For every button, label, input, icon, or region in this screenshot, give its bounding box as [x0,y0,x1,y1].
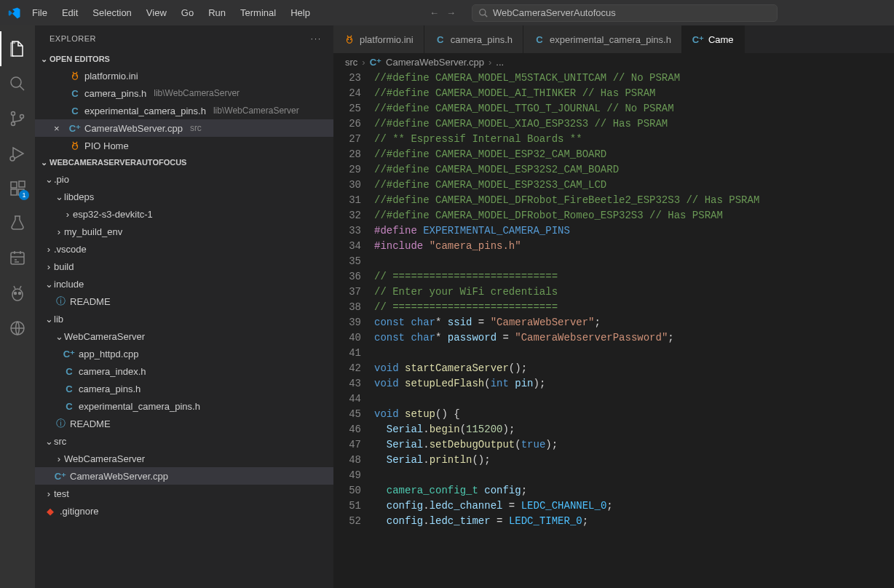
line-number: 32 [333,208,361,223]
code-line[interactable]: Serial.setDebugOutput(true); [374,437,894,453]
code-line[interactable]: Serial.println(); [374,453,894,468]
editor-tab[interactable]: Ccamera_pins.h [424,25,523,53]
code-line[interactable]: //#define CAMERA_MODEL_AI_THINKER // Has… [374,86,894,101]
open-editor-item[interactable]: ×C⁺CameraWebServer.cppsrc [35,119,333,137]
file-item[interactable]: ⓘREADME [35,293,333,310]
open-editor-item[interactable]: platformio.ini [35,67,333,84]
code-line[interactable] [374,392,894,407]
tab-label: camera_pins.h [451,34,513,45]
line-number: 48 [333,453,361,468]
menu-selection[interactable]: Selection [85,3,138,23]
code-line[interactable]: #include "camera_pins.h" [374,239,894,254]
svg-point-30 [347,39,349,40]
command-center-search[interactable]: WebCameraServerAutofocus [472,4,778,22]
open-editor-item[interactable]: PIO Home [35,137,333,154]
file-item[interactable]: Ccamera_index.h [35,362,333,380]
menu-help[interactable]: Help [283,3,317,23]
code-line[interactable]: const char* password = "CameraWebserverP… [374,330,894,346]
chevron-right-icon: › [44,261,54,272]
folder-item[interactable]: ⌄src [35,432,333,450]
file-item[interactable]: Ccamera_pins.h [35,380,333,397]
file-item[interactable]: ⓘREADME [35,415,333,432]
folder-item[interactable]: ›WebCameraServer [35,450,333,467]
file-item[interactable]: C⁺CameraWebServer.cpp [35,467,333,485]
code-line[interactable]: //#define CAMERA_MODEL_XIAO_ESP32S3 // H… [374,116,894,132]
editor-tab[interactable]: C⁺Came [682,25,745,53]
breadcrumb-sep-icon: › [362,57,365,68]
file-item[interactable]: Cexperimental_camera_pins.h [35,397,333,415]
code-line[interactable]: Serial.begin(115200); [374,422,894,437]
section-open-editors[interactable]: ⌄ OPEN EDITORS [35,51,333,67]
folder-item[interactable]: ›.vscode [35,240,333,258]
code-line[interactable]: //#define CAMERA_MODEL_ESP32_CAM_BOARD [374,147,894,162]
code-line[interactable]: //#define CAMERA_MODEL_ESP32S2_CAM_BOARD [374,162,894,178]
folder-item[interactable]: ›my_build_env [35,223,333,240]
folder-item[interactable]: ›test [35,485,333,502]
folder-item[interactable]: ›build [35,258,333,275]
activity-source-control[interactable] [0,101,35,136]
menu-edit[interactable]: Edit [55,3,85,23]
close-icon[interactable]: × [54,123,68,134]
breadcrumb-folder: src [345,57,357,68]
file-item[interactable]: ◆.gitignore [35,502,333,520]
code-line[interactable]: // ** Espressif Internal Boards ** [374,132,894,147]
code-line[interactable] [374,254,894,269]
code-line[interactable]: config.ledc_timer = LEDC_TIMER_0; [374,514,894,529]
code-line[interactable]: void setupLedFlash(int pin); [374,376,894,392]
folder-item[interactable]: ⌄include [35,275,333,293]
code-line[interactable]: //#define CAMERA_MODEL_DFRobot_FireBeetl… [374,193,894,208]
code-line[interactable]: void setup() { [374,407,894,422]
folder-item[interactable]: ⌄lib [35,310,333,327]
activity-explorer[interactable] [0,31,35,66]
editor-tab[interactable]: platformio.ini [333,25,424,53]
activity-extensions[interactable]: 1 [0,171,35,206]
nav-forward-button[interactable]: → [446,7,456,18]
menu-view[interactable]: View [139,3,174,23]
code-line[interactable]: //#define CAMERA_MODEL_M5STACK_UNITCAM /… [374,71,894,86]
open-editor-item[interactable]: Ccamera_pins.hlib\WebCameraServer [35,84,333,102]
folder-item[interactable]: ⌄WebCameraServer [35,327,333,345]
svg-point-0 [480,9,486,15]
code-line[interactable] [374,468,894,483]
svg-point-19 [73,74,78,79]
code-line[interactable]: // =========================== [374,269,894,285]
menu-file[interactable]: File [25,3,55,23]
extensions-badge: 1 [19,190,29,200]
folder-item[interactable]: ⌄libdeps [35,188,333,205]
section-workspace[interactable]: ⌄ WEBCAMERASERVERAUTOFOCUS [35,154,333,170]
nav-back-button[interactable]: ← [430,7,439,18]
code-lines[interactable]: //#define CAMERA_MODEL_M5STACK_UNITCAM /… [374,71,894,588]
folder-item[interactable]: ›esp32-s3-devkitc-1 [35,205,333,223]
code-line[interactable]: //#define CAMERA_MODEL_ESP32S3_CAM_LCD [374,178,894,193]
code-line[interactable]: // Enter your WiFi credentials [374,285,894,300]
code-line[interactable]: #define EXPERIMENTAL_CAMERA_PINS [374,223,894,239]
folder-item[interactable]: ⌄.pio [35,170,333,188]
activity-platformio[interactable] [0,276,35,311]
chevron-down-icon: ⌄ [44,279,54,290]
breadcrumb[interactable]: src › C⁺ CameraWebServer.cpp › ... [333,53,894,71]
open-editor-item[interactable]: Cexperimental_camera_pins.hlib\WebCamera… [35,102,333,119]
activity-search[interactable] [0,66,35,101]
code-editor[interactable]: 2324252627282930313233343536373839404142… [333,71,894,588]
line-number: 29 [333,162,361,178]
code-line[interactable]: const char* ssid = "CameraWebServer"; [374,315,894,330]
menu-run[interactable]: Run [201,3,233,23]
editor-tab[interactable]: Cexperimental_camera_pins.h [523,25,682,53]
code-line[interactable]: // =========================== [374,300,894,315]
item-name: src [54,436,66,447]
code-line[interactable]: camera_config_t config; [374,483,894,498]
activity-testing[interactable] [0,206,35,241]
code-line[interactable]: config.ledc_channel = LEDC_CHANNEL_0; [374,498,894,514]
more-icon[interactable]: ··· [311,34,322,43]
activity-remote[interactable] [0,311,35,346]
code-line[interactable]: //#define CAMERA_MODEL_DFRobot_Romeo_ESP… [374,208,894,223]
code-line[interactable] [374,346,894,361]
menu-terminal[interactable]: Terminal [233,3,283,23]
code-line[interactable]: void startCameraServer(); [374,361,894,376]
file-item[interactable]: C⁺app_httpd.cpp [35,345,333,362]
activity-project-tasks[interactable] [0,241,35,276]
svg-point-6 [20,115,24,119]
menu-go[interactable]: Go [174,3,201,23]
activity-run-debug[interactable] [0,136,35,171]
code-line[interactable]: //#define CAMERA_MODEL_TTGO_T_JOURNAL //… [374,101,894,116]
